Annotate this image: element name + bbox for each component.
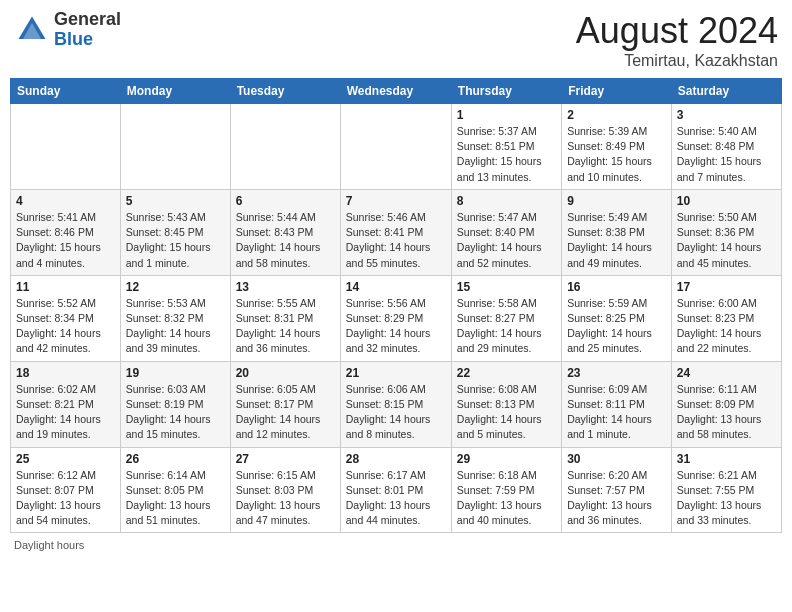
calendar-day-cell: 21Sunrise: 6:06 AMSunset: 8:15 PMDayligh… — [340, 361, 451, 447]
calendar-day-cell: 28Sunrise: 6:17 AMSunset: 8:01 PMDayligh… — [340, 447, 451, 533]
calendar-week-row: 25Sunrise: 6:12 AMSunset: 8:07 PMDayligh… — [11, 447, 782, 533]
logo-text: General Blue — [54, 10, 121, 50]
day-info: Sunrise: 6:08 AMSunset: 8:13 PMDaylight:… — [457, 382, 556, 443]
col-thursday: Thursday — [451, 79, 561, 104]
calendar-week-row: 1Sunrise: 5:37 AMSunset: 8:51 PMDaylight… — [11, 104, 782, 190]
day-info: Sunrise: 5:41 AMSunset: 8:46 PMDaylight:… — [16, 210, 115, 271]
day-number: 7 — [346, 194, 446, 208]
day-info: Sunrise: 5:44 AMSunset: 8:43 PMDaylight:… — [236, 210, 335, 271]
calendar-day-cell: 12Sunrise: 5:53 AMSunset: 8:32 PMDayligh… — [120, 275, 230, 361]
day-number: 9 — [567, 194, 666, 208]
day-number: 28 — [346, 452, 446, 466]
day-number: 24 — [677, 366, 776, 380]
month-title: August 2024 — [576, 10, 778, 52]
calendar-day-cell: 5Sunrise: 5:43 AMSunset: 8:45 PMDaylight… — [120, 189, 230, 275]
calendar-day-cell — [340, 104, 451, 190]
day-number: 23 — [567, 366, 666, 380]
day-number: 4 — [16, 194, 115, 208]
day-info: Sunrise: 6:00 AMSunset: 8:23 PMDaylight:… — [677, 296, 776, 357]
day-number: 3 — [677, 108, 776, 122]
calendar-day-cell: 6Sunrise: 5:44 AMSunset: 8:43 PMDaylight… — [230, 189, 340, 275]
logo-blue-text: Blue — [54, 30, 121, 50]
title-section: August 2024 Temirtau, Kazakhstan — [576, 10, 778, 70]
day-number: 22 — [457, 366, 556, 380]
day-info: Sunrise: 5:37 AMSunset: 8:51 PMDaylight:… — [457, 124, 556, 185]
col-saturday: Saturday — [671, 79, 781, 104]
calendar-week-row: 11Sunrise: 5:52 AMSunset: 8:34 PMDayligh… — [11, 275, 782, 361]
col-wednesday: Wednesday — [340, 79, 451, 104]
logo: General Blue — [14, 10, 121, 50]
day-number: 5 — [126, 194, 225, 208]
day-number: 21 — [346, 366, 446, 380]
calendar-day-cell: 31Sunrise: 6:21 AMSunset: 7:55 PMDayligh… — [671, 447, 781, 533]
day-info: Sunrise: 5:39 AMSunset: 8:49 PMDaylight:… — [567, 124, 666, 185]
calendar-day-cell: 14Sunrise: 5:56 AMSunset: 8:29 PMDayligh… — [340, 275, 451, 361]
day-info: Sunrise: 6:17 AMSunset: 8:01 PMDaylight:… — [346, 468, 446, 529]
day-info: Sunrise: 5:55 AMSunset: 8:31 PMDaylight:… — [236, 296, 335, 357]
col-friday: Friday — [562, 79, 672, 104]
day-info: Sunrise: 6:12 AMSunset: 8:07 PMDaylight:… — [16, 468, 115, 529]
calendar-day-cell: 26Sunrise: 6:14 AMSunset: 8:05 PMDayligh… — [120, 447, 230, 533]
calendar-day-cell: 16Sunrise: 5:59 AMSunset: 8:25 PMDayligh… — [562, 275, 672, 361]
calendar-day-cell: 7Sunrise: 5:46 AMSunset: 8:41 PMDaylight… — [340, 189, 451, 275]
day-number: 18 — [16, 366, 115, 380]
day-number: 2 — [567, 108, 666, 122]
calendar-day-cell: 11Sunrise: 5:52 AMSunset: 8:34 PMDayligh… — [11, 275, 121, 361]
day-info: Sunrise: 5:58 AMSunset: 8:27 PMDaylight:… — [457, 296, 556, 357]
day-info: Sunrise: 6:20 AMSunset: 7:57 PMDaylight:… — [567, 468, 666, 529]
day-info: Sunrise: 6:21 AMSunset: 7:55 PMDaylight:… — [677, 468, 776, 529]
calendar-day-cell: 15Sunrise: 5:58 AMSunset: 8:27 PMDayligh… — [451, 275, 561, 361]
day-info: Sunrise: 6:15 AMSunset: 8:03 PMDaylight:… — [236, 468, 335, 529]
calendar-day-cell: 3Sunrise: 5:40 AMSunset: 8:48 PMDaylight… — [671, 104, 781, 190]
calendar-week-row: 4Sunrise: 5:41 AMSunset: 8:46 PMDaylight… — [11, 189, 782, 275]
calendar-day-cell: 13Sunrise: 5:55 AMSunset: 8:31 PMDayligh… — [230, 275, 340, 361]
calendar-week-row: 18Sunrise: 6:02 AMSunset: 8:21 PMDayligh… — [11, 361, 782, 447]
calendar-day-cell — [120, 104, 230, 190]
logo-general-text: General — [54, 10, 121, 30]
calendar-day-cell: 19Sunrise: 6:03 AMSunset: 8:19 PMDayligh… — [120, 361, 230, 447]
calendar-day-cell: 18Sunrise: 6:02 AMSunset: 8:21 PMDayligh… — [11, 361, 121, 447]
calendar-day-cell: 23Sunrise: 6:09 AMSunset: 8:11 PMDayligh… — [562, 361, 672, 447]
day-number: 27 — [236, 452, 335, 466]
day-info: Sunrise: 6:05 AMSunset: 8:17 PMDaylight:… — [236, 382, 335, 443]
calendar-day-cell: 24Sunrise: 6:11 AMSunset: 8:09 PMDayligh… — [671, 361, 781, 447]
day-info: Sunrise: 6:18 AMSunset: 7:59 PMDaylight:… — [457, 468, 556, 529]
header-row: Sunday Monday Tuesday Wednesday Thursday… — [11, 79, 782, 104]
calendar-day-cell: 25Sunrise: 6:12 AMSunset: 8:07 PMDayligh… — [11, 447, 121, 533]
day-number: 19 — [126, 366, 225, 380]
day-info: Sunrise: 5:50 AMSunset: 8:36 PMDaylight:… — [677, 210, 776, 271]
col-tuesday: Tuesday — [230, 79, 340, 104]
day-info: Sunrise: 6:02 AMSunset: 8:21 PMDaylight:… — [16, 382, 115, 443]
day-number: 26 — [126, 452, 225, 466]
col-sunday: Sunday — [11, 79, 121, 104]
calendar-day-cell: 1Sunrise: 5:37 AMSunset: 8:51 PMDaylight… — [451, 104, 561, 190]
day-number: 30 — [567, 452, 666, 466]
day-info: Sunrise: 6:09 AMSunset: 8:11 PMDaylight:… — [567, 382, 666, 443]
calendar-day-cell — [230, 104, 340, 190]
calendar-day-cell: 20Sunrise: 6:05 AMSunset: 8:17 PMDayligh… — [230, 361, 340, 447]
day-number: 11 — [16, 280, 115, 294]
calendar-day-cell: 30Sunrise: 6:20 AMSunset: 7:57 PMDayligh… — [562, 447, 672, 533]
day-info: Sunrise: 5:46 AMSunset: 8:41 PMDaylight:… — [346, 210, 446, 271]
day-number: 12 — [126, 280, 225, 294]
calendar-day-cell: 2Sunrise: 5:39 AMSunset: 8:49 PMDaylight… — [562, 104, 672, 190]
calendar-day-cell: 29Sunrise: 6:18 AMSunset: 7:59 PMDayligh… — [451, 447, 561, 533]
day-number: 31 — [677, 452, 776, 466]
day-info: Sunrise: 5:56 AMSunset: 8:29 PMDaylight:… — [346, 296, 446, 357]
day-info: Sunrise: 5:53 AMSunset: 8:32 PMDaylight:… — [126, 296, 225, 357]
calendar-day-cell: 9Sunrise: 5:49 AMSunset: 8:38 PMDaylight… — [562, 189, 672, 275]
calendar-table: Sunday Monday Tuesday Wednesday Thursday… — [10, 78, 782, 533]
day-info: Sunrise: 5:59 AMSunset: 8:25 PMDaylight:… — [567, 296, 666, 357]
day-number: 13 — [236, 280, 335, 294]
col-monday: Monday — [120, 79, 230, 104]
day-info: Sunrise: 5:49 AMSunset: 8:38 PMDaylight:… — [567, 210, 666, 271]
day-info: Sunrise: 6:14 AMSunset: 8:05 PMDaylight:… — [126, 468, 225, 529]
day-number: 14 — [346, 280, 446, 294]
day-number: 29 — [457, 452, 556, 466]
calendar-day-cell — [11, 104, 121, 190]
location: Temirtau, Kazakhstan — [576, 52, 778, 70]
daylight-hours-label: Daylight hours — [14, 539, 84, 551]
day-number: 16 — [567, 280, 666, 294]
day-number: 25 — [16, 452, 115, 466]
day-info: Sunrise: 5:43 AMSunset: 8:45 PMDaylight:… — [126, 210, 225, 271]
